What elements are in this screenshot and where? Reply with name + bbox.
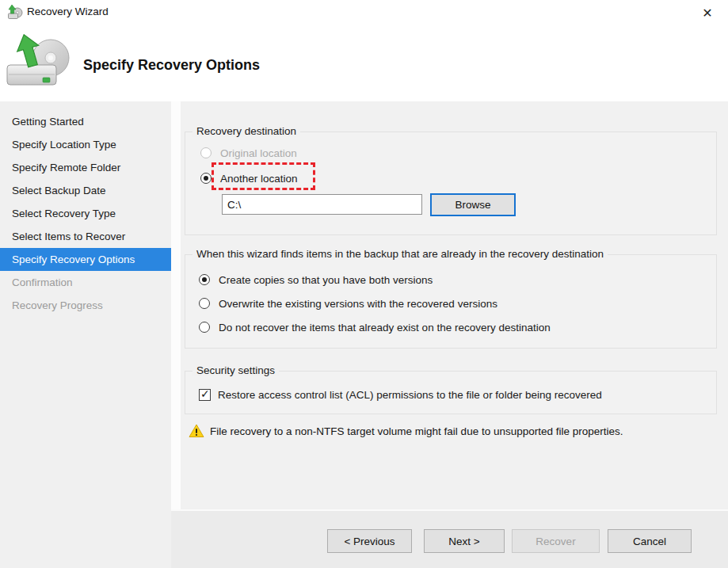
recovery-destination-group: Recovery destination Original location A… xyxy=(185,132,717,235)
warning-text: File recovery to a non-NTFS target volum… xyxy=(210,425,623,437)
overwrite-label[interactable]: Overwrite the existing versions with the… xyxy=(219,298,497,310)
security-settings-group-label: Security settings xyxy=(192,364,279,376)
sidebar-item-specify-recovery-options[interactable]: Specify Recovery Options xyxy=(0,248,171,271)
another-location-option[interactable]: Another location xyxy=(200,171,298,185)
do-not-recover-label[interactable]: Do not recover the items that already ex… xyxy=(219,322,551,334)
sidebar-item-specify-location-type[interactable]: Specify Location Type xyxy=(0,133,171,156)
destination-path-input[interactable] xyxy=(222,194,422,215)
overwrite-radio[interactable] xyxy=(199,298,210,309)
recovery-wizard-window: Recovery Wizard ✕ Specify Recovery xyxy=(0,0,728,568)
sidebar-content-divider xyxy=(171,101,181,568)
page-title: Specify Recovery Options xyxy=(83,57,260,74)
another-location-radio[interactable] xyxy=(200,173,212,184)
cancel-button[interactable]: Cancel xyxy=(608,529,692,553)
ntfs-warning: File recovery to a non-NTFS target volum… xyxy=(189,424,623,438)
conflict-handling-group: When this wizard finds items in the back… xyxy=(185,254,717,349)
create-copies-radio[interactable] xyxy=(199,274,210,285)
recovery-disk-icon xyxy=(6,32,73,90)
original-location-radio xyxy=(200,147,212,158)
overwrite-option[interactable]: Overwrite the existing versions with the… xyxy=(199,296,497,311)
sidebar-item-select-backup-date[interactable]: Select Backup Date xyxy=(0,179,171,202)
do-not-recover-radio[interactable] xyxy=(199,322,210,333)
conflict-handling-group-label: When this wizard finds items in the back… xyxy=(192,248,608,260)
sidebar-item-confirmation: Confirmation xyxy=(0,271,171,294)
wizard-header: Specify Recovery Options xyxy=(0,24,728,101)
restore-acl-checkbox[interactable] xyxy=(199,389,211,401)
previous-button[interactable]: < Previous xyxy=(327,529,412,553)
app-icon xyxy=(7,4,23,20)
sidebar-item-select-recovery-type[interactable]: Select Recovery Type xyxy=(0,202,171,225)
titlebar: Recovery Wizard ✕ xyxy=(0,0,728,24)
create-copies-option[interactable]: Create copies so that you have both vers… xyxy=(199,273,433,287)
close-icon[interactable]: ✕ xyxy=(696,3,718,22)
sidebar-item-select-items-to-recover[interactable]: Select Items to Recover xyxy=(0,225,171,248)
security-settings-group: Security settings Restore access control… xyxy=(185,371,717,414)
recovery-destination-group-label: Recovery destination xyxy=(192,125,300,137)
wizard-steps-sidebar: Getting Started Specify Location Type Sp… xyxy=(0,101,171,568)
warning-icon xyxy=(189,424,204,438)
sidebar-item-specify-remote-folder[interactable]: Specify Remote Folder xyxy=(0,156,171,179)
browse-button[interactable]: Browse xyxy=(430,193,516,216)
sidebar-item-getting-started[interactable]: Getting Started xyxy=(0,110,171,133)
restore-acl-label[interactable]: Restore access control list (ACL) permis… xyxy=(218,389,602,401)
sidebar-item-recovery-progress: Recovery Progress xyxy=(0,294,171,317)
do-not-recover-option[interactable]: Do not recover the items that already ex… xyxy=(199,320,551,334)
recover-button: Recover xyxy=(512,529,600,553)
another-location-label[interactable]: Another location xyxy=(220,173,298,185)
next-button[interactable]: Next > xyxy=(424,529,505,553)
window-title: Recovery Wizard xyxy=(27,6,109,17)
wizard-footer: < Previous Next > Recover Cancel xyxy=(171,509,728,568)
create-copies-label[interactable]: Create copies so that you have both vers… xyxy=(219,274,433,286)
original-location-option: Original location xyxy=(200,146,297,160)
restore-acl-option[interactable]: Restore access control list (ACL) permis… xyxy=(199,387,602,402)
original-location-label: Original location xyxy=(220,147,297,159)
